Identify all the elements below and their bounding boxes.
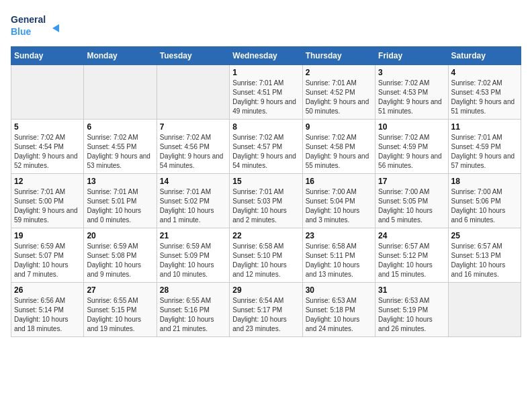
day-info: Sunrise: 6:55 AM Sunset: 5:16 PM Dayligh… [160, 296, 226, 334]
day-info: Sunrise: 7:01 AM Sunset: 5:01 PM Dayligh… [87, 187, 153, 225]
logo-svg: General Blue [11, 11, 64, 41]
calendar-day-cell: 23Sunrise: 6:58 AM Sunset: 5:11 PM Dayli… [302, 228, 375, 283]
calendar-day-cell: 20Sunrise: 6:59 AM Sunset: 5:08 PM Dayli… [84, 228, 157, 283]
day-number: 7 [160, 122, 226, 132]
day-number: 24 [378, 231, 445, 240]
calendar-day-cell: 2Sunrise: 7:01 AM Sunset: 4:52 PM Daylig… [302, 65, 375, 120]
day-info: Sunrise: 6:59 AM Sunset: 5:08 PM Dayligh… [87, 242, 153, 279]
day-info: Sunrise: 7:02 AM Sunset: 4:58 PM Dayligh… [306, 133, 372, 171]
day-number: 11 [451, 122, 518, 132]
day-number: 27 [87, 285, 153, 295]
calendar-day-cell: 3Sunrise: 7:02 AM Sunset: 4:53 PM Daylig… [375, 65, 448, 120]
day-info: Sunrise: 6:55 AM Sunset: 5:15 PM Dayligh… [87, 296, 153, 334]
day-info: Sunrise: 7:01 AM Sunset: 5:03 PM Dayligh… [232, 187, 299, 225]
day-info: Sunrise: 6:58 AM Sunset: 5:11 PM Dayligh… [306, 242, 372, 279]
calendar-day-cell: 11Sunrise: 7:01 AM Sunset: 4:59 PM Dayli… [448, 120, 521, 174]
calendar-week-row: 1Sunrise: 7:01 AM Sunset: 4:51 PM Daylig… [11, 65, 521, 120]
day-number: 31 [378, 285, 445, 295]
day-of-week-header: Friday [375, 47, 448, 65]
day-of-week-header: Tuesday [157, 47, 229, 65]
calendar-day-cell: 17Sunrise: 7:00 AM Sunset: 5:05 PM Dayli… [375, 174, 448, 228]
calendar-day-cell [157, 65, 229, 120]
calendar-week-row: 12Sunrise: 7:01 AM Sunset: 5:00 PM Dayli… [11, 174, 521, 228]
day-info: Sunrise: 6:59 AM Sunset: 5:09 PM Dayligh… [160, 242, 226, 279]
day-info: Sunrise: 6:58 AM Sunset: 5:10 PM Dayligh… [232, 242, 299, 279]
calendar-day-cell: 31Sunrise: 6:53 AM Sunset: 5:19 PM Dayli… [375, 283, 448, 337]
day-number: 28 [160, 285, 226, 295]
day-number: 3 [378, 68, 445, 77]
calendar-week-row: 26Sunrise: 6:56 AM Sunset: 5:14 PM Dayli… [11, 283, 521, 337]
day-info: Sunrise: 7:02 AM Sunset: 4:55 PM Dayligh… [87, 133, 153, 171]
day-number: 6 [87, 122, 153, 132]
day-number: 4 [451, 68, 518, 77]
day-number: 1 [232, 68, 299, 77]
svg-text:Blue: Blue [11, 26, 32, 37]
day-number: 29 [232, 285, 299, 295]
day-info: Sunrise: 6:53 AM Sunset: 5:19 PM Dayligh… [378, 296, 445, 334]
day-number: 10 [378, 122, 445, 132]
calendar-body: 1Sunrise: 7:01 AM Sunset: 4:51 PM Daylig… [11, 65, 521, 337]
calendar-day-cell: 22Sunrise: 6:58 AM Sunset: 5:10 PM Dayli… [230, 228, 302, 283]
day-info: Sunrise: 7:02 AM Sunset: 4:53 PM Dayligh… [378, 79, 445, 116]
svg-text:General: General [11, 14, 46, 25]
calendar-day-cell: 29Sunrise: 6:54 AM Sunset: 5:17 PM Dayli… [230, 283, 302, 337]
day-number: 12 [14, 177, 81, 186]
svg-marker-2 [52, 24, 59, 32]
day-number: 16 [306, 177, 372, 186]
calendar-week-row: 5Sunrise: 7:02 AM Sunset: 4:54 PM Daylig… [11, 120, 521, 174]
calendar-day-cell: 21Sunrise: 6:59 AM Sunset: 5:09 PM Dayli… [157, 228, 229, 283]
calendar-day-cell: 4Sunrise: 7:02 AM Sunset: 4:53 PM Daylig… [448, 65, 521, 120]
day-info: Sunrise: 6:57 AM Sunset: 5:12 PM Dayligh… [378, 242, 445, 279]
day-number: 26 [14, 285, 81, 295]
day-number: 2 [306, 68, 372, 77]
page-header: General Blue [11, 11, 521, 41]
calendar-day-cell [11, 65, 84, 120]
day-info: Sunrise: 6:57 AM Sunset: 5:13 PM Dayligh… [451, 242, 518, 279]
calendar-day-cell: 28Sunrise: 6:55 AM Sunset: 5:16 PM Dayli… [157, 283, 229, 337]
day-of-week-header: Thursday [302, 47, 375, 65]
calendar-day-cell: 6Sunrise: 7:02 AM Sunset: 4:55 PM Daylig… [84, 120, 157, 174]
calendar-day-cell: 15Sunrise: 7:01 AM Sunset: 5:03 PM Dayli… [230, 174, 302, 228]
day-number: 8 [232, 122, 299, 132]
calendar-day-cell: 24Sunrise: 6:57 AM Sunset: 5:12 PM Dayli… [375, 228, 448, 283]
day-info: Sunrise: 7:02 AM Sunset: 4:53 PM Dayligh… [451, 79, 518, 116]
day-of-week-header: Saturday [448, 47, 521, 65]
calendar-day-cell: 12Sunrise: 7:01 AM Sunset: 5:00 PM Dayli… [11, 174, 84, 228]
day-of-week-header: Sunday [11, 47, 84, 65]
day-number: 9 [306, 122, 372, 132]
calendar-header-row: SundayMondayTuesdayWednesdayThursdayFrid… [11, 47, 521, 65]
day-number: 19 [14, 231, 81, 240]
calendar-week-row: 19Sunrise: 6:59 AM Sunset: 5:07 PM Dayli… [11, 228, 521, 283]
calendar-day-cell: 8Sunrise: 7:02 AM Sunset: 4:57 PM Daylig… [230, 120, 302, 174]
calendar-day-cell: 19Sunrise: 6:59 AM Sunset: 5:07 PM Dayli… [11, 228, 84, 283]
calendar-day-cell: 27Sunrise: 6:55 AM Sunset: 5:15 PM Dayli… [84, 283, 157, 337]
calendar-day-cell: 30Sunrise: 6:53 AM Sunset: 5:18 PM Dayli… [302, 283, 375, 337]
day-info: Sunrise: 7:01 AM Sunset: 4:51 PM Dayligh… [232, 79, 299, 116]
day-number: 25 [451, 231, 518, 240]
day-number: 17 [378, 177, 445, 186]
day-info: Sunrise: 7:02 AM Sunset: 4:57 PM Dayligh… [232, 133, 299, 171]
calendar-day-cell: 18Sunrise: 7:00 AM Sunset: 5:06 PM Dayli… [448, 174, 521, 228]
calendar-day-cell: 25Sunrise: 6:57 AM Sunset: 5:13 PM Dayli… [448, 228, 521, 283]
day-info: Sunrise: 7:00 AM Sunset: 5:04 PM Dayligh… [306, 187, 372, 225]
day-info: Sunrise: 7:01 AM Sunset: 5:02 PM Dayligh… [160, 187, 226, 225]
calendar-table: SundayMondayTuesdayWednesdayThursdayFrid… [11, 46, 521, 337]
day-of-week-header: Monday [84, 47, 157, 65]
day-info: Sunrise: 6:59 AM Sunset: 5:07 PM Dayligh… [14, 242, 81, 279]
day-number: 15 [232, 177, 299, 186]
day-number: 13 [87, 177, 153, 186]
day-info: Sunrise: 7:01 AM Sunset: 4:59 PM Dayligh… [451, 133, 518, 171]
day-number: 18 [451, 177, 518, 186]
logo: General Blue [11, 11, 64, 41]
calendar-day-cell [448, 283, 521, 337]
day-number: 5 [14, 122, 81, 132]
day-number: 20 [87, 231, 153, 240]
day-number: 23 [306, 231, 372, 240]
calendar-day-cell: 26Sunrise: 6:56 AM Sunset: 5:14 PM Dayli… [11, 283, 84, 337]
day-info: Sunrise: 6:53 AM Sunset: 5:18 PM Dayligh… [306, 296, 372, 334]
calendar-day-cell: 1Sunrise: 7:01 AM Sunset: 4:51 PM Daylig… [230, 65, 302, 120]
day-info: Sunrise: 7:00 AM Sunset: 5:06 PM Dayligh… [451, 187, 518, 225]
day-info: Sunrise: 7:01 AM Sunset: 4:52 PM Dayligh… [306, 79, 372, 116]
day-info: Sunrise: 7:02 AM Sunset: 4:56 PM Dayligh… [160, 133, 226, 171]
day-of-week-header: Wednesday [230, 47, 302, 65]
